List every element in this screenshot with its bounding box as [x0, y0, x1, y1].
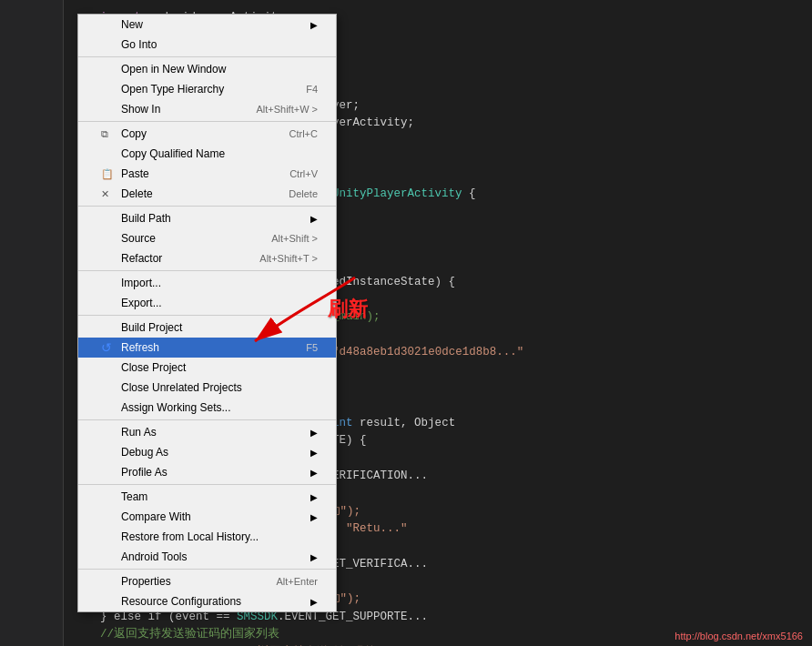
menu-item-label: Properties — [121, 575, 258, 588]
menu-item-shortcut: Alt+Shift > — [271, 233, 318, 244]
menu-item-shortcut: Alt+Enter — [276, 576, 318, 587]
menu-item-android_tools[interactable]: Android Tools▶ — [78, 547, 336, 567]
menu-item-paste[interactable]: 📋PasteCtrl+V — [78, 164, 336, 184]
menu-item-run_as[interactable]: Run As▶ — [78, 422, 336, 442]
menu-item-delete[interactable]: ✕DeleteDelete — [78, 184, 336, 204]
submenu-arrow-icon: ▶ — [310, 20, 318, 30]
menu-item-label: Debug As — [121, 446, 301, 459]
submenu-arrow-icon: ▶ — [310, 468, 318, 478]
menu-item-refresh[interactable]: ↺RefreshF5 — [78, 338, 336, 358]
menu-item-label: Export... — [121, 297, 318, 309]
menu-item-open_type_hierarchy[interactable]: Open Type HierarchyF4 — [78, 79, 336, 99]
menu-item-resource_configurations[interactable]: Resource Configurations▶ — [78, 591, 336, 611]
menu-item-shortcut: Delete — [289, 188, 318, 199]
refresh-icon: ↺ — [101, 340, 117, 355]
menu-separator — [78, 569, 336, 570]
sidebar — [0, 0, 64, 646]
menu-item-refactor[interactable]: RefactorAlt+Shift+T > — [78, 248, 336, 268]
submenu-arrow-icon: ▶ — [310, 214, 318, 224]
menu-item-label: Delete — [121, 187, 270, 200]
menu-item-label: Build Path — [121, 212, 301, 225]
menu-item-label: Close Unrelated Projects — [121, 381, 318, 394]
menu-item-properties[interactable]: PropertiesAlt+Enter — [78, 571, 336, 591]
submenu-arrow-icon: ▶ — [310, 428, 318, 438]
menu-item-shortcut: Ctrl+C — [289, 128, 318, 139]
menu-separator — [78, 484, 336, 485]
menu-item-export[interactable]: Export... — [78, 293, 336, 313]
menu-separator — [78, 419, 336, 420]
menu-item-label: Paste — [121, 167, 271, 180]
menu-item-label: Open Type Hierarchy — [121, 83, 288, 96]
menu-item-label: Close Project — [121, 361, 318, 374]
menu-item-shortcut: Alt+Shift+T > — [259, 253, 318, 264]
menu-item-close_unrelated[interactable]: Close Unrelated Projects — [78, 378, 336, 398]
submenu-arrow-icon: ▶ — [310, 552, 318, 562]
menu-item-new[interactable]: New▶ — [78, 15, 336, 35]
menu-item-label: Restore from Local History... — [121, 530, 318, 543]
submenu-arrow-icon: ▶ — [310, 492, 318, 502]
menu-separator — [78, 121, 336, 122]
menu-item-label: Refactor — [121, 252, 241, 265]
submenu-arrow-icon: ▶ — [310, 448, 318, 458]
menu-item-source[interactable]: SourceAlt+Shift > — [78, 228, 336, 248]
menu-item-team[interactable]: Team▶ — [78, 487, 336, 507]
menu-item-open_new_window[interactable]: Open in New Window — [78, 59, 336, 79]
menu-item-copy_qualified[interactable]: Copy Qualified Name — [78, 144, 336, 164]
menu-item-label: Copy — [121, 127, 271, 140]
menu-item-build_project[interactable]: Build Project — [78, 318, 336, 338]
copy-icon: ⧉ — [101, 128, 117, 140]
menu-item-debug_as[interactable]: Debug As▶ — [78, 442, 336, 462]
paste-icon: 📋 — [101, 168, 117, 180]
menu-item-import[interactable]: Import... — [78, 273, 336, 293]
menu-item-label: New — [121, 18, 301, 31]
delete-icon: ✕ — [101, 188, 117, 200]
menu-item-copy[interactable]: ⧉CopyCtrl+C — [78, 124, 336, 144]
submenu-arrow-icon: ▶ — [310, 512, 318, 522]
menu-item-label: Show In — [121, 103, 238, 116]
submenu-arrow-icon: ▶ — [310, 597, 318, 607]
menu-item-shortcut: F5 — [306, 342, 318, 353]
menu-item-label: Go Into — [121, 38, 318, 51]
menu-item-label: Team — [121, 490, 301, 503]
menu-item-label: Profile As — [121, 466, 301, 479]
menu-item-compare_with[interactable]: Compare With▶ — [78, 507, 336, 527]
menu-item-label: Run As — [121, 426, 301, 439]
menu-item-restore_history[interactable]: Restore from Local History... — [78, 527, 336, 547]
menu-item-label: Source — [121, 232, 253, 245]
website-banner: http://blog.csdn.net/xmx5166 — [675, 631, 803, 641]
menu-item-label: Android Tools — [121, 550, 301, 563]
menu-separator — [78, 270, 336, 271]
menu-separator — [78, 206, 336, 207]
menu-item-label: Refresh — [121, 341, 288, 354]
menu-item-label: Import... — [121, 277, 318, 289]
menu-item-label: Compare With — [121, 510, 301, 523]
menu-item-label: Assign Working Sets... — [121, 401, 318, 414]
menu-item-shortcut: Alt+Shift+W > — [256, 104, 318, 115]
menu-item-label: Copy Qualified Name — [121, 147, 318, 160]
menu-item-build_path[interactable]: Build Path▶ — [78, 208, 336, 228]
context-menu: New▶Go IntoOpen in New WindowOpen Type H… — [77, 14, 337, 612]
menu-item-close_project[interactable]: Close Project — [78, 358, 336, 378]
menu-item-label: Open in New Window — [121, 63, 318, 76]
menu-separator — [78, 56, 336, 57]
menu-item-show_in[interactable]: Show InAlt+Shift+W > — [78, 99, 336, 119]
menu-item-profile_as[interactable]: Profile As▶ — [78, 462, 336, 482]
menu-item-go_into[interactable]: Go Into — [78, 35, 336, 55]
menu-item-label: Resource Configurations — [121, 595, 301, 608]
menu-item-shortcut: F4 — [306, 84, 318, 95]
menu-item-label: Build Project — [121, 321, 318, 334]
menu-item-shortcut: Ctrl+V — [289, 168, 318, 179]
menu-separator — [78, 315, 336, 316]
menu-item-assign_working[interactable]: Assign Working Sets... — [78, 398, 336, 418]
